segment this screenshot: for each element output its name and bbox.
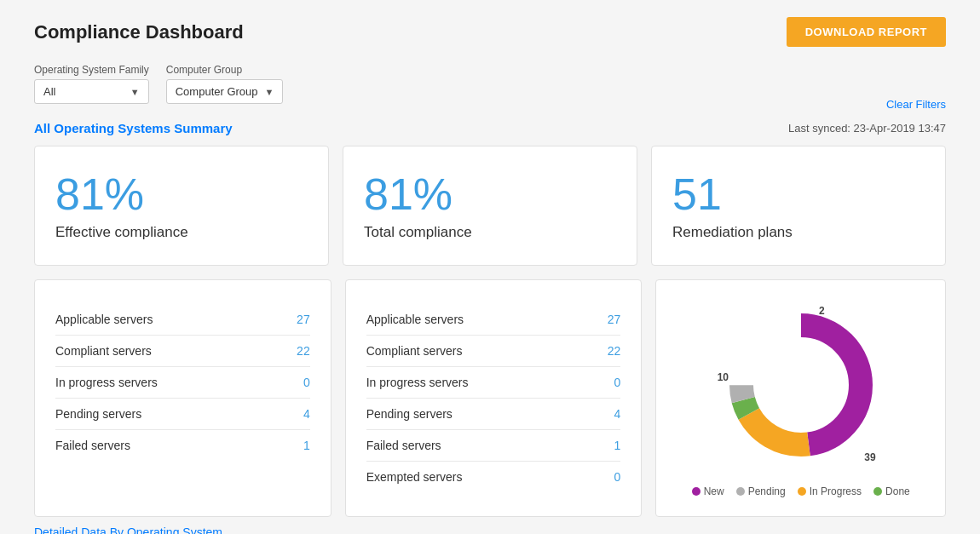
left-stat-table: Applicable servers 27 Compliant servers … [55,304,310,461]
remediation-plans-label: Remediation plans [672,224,925,241]
effective-compliance-card: 81% Effective compliance [34,146,329,266]
remediation-plans-card: 51 Remediation plans [651,146,946,266]
os-family-select[interactable]: All ▼ [34,79,149,104]
total-compliance-card: 81% Total compliance [343,146,637,266]
summary-title: All Operating Systems Summary [34,121,233,135]
clear-filters-button[interactable]: Clear Filters [886,98,946,111]
donut-chart-card: 39 10 2 New Pending In Progress [655,279,946,517]
total-compliance-number: 81% [364,170,616,219]
legend-pending: Pending [736,485,786,497]
donut-chart: 39 10 2 [716,300,886,470]
legend-new: New [692,485,724,497]
table-row: In progress servers 0 [366,367,621,399]
donut-label-39: 39 [864,451,875,463]
computer-group-value: Computer Group [176,85,258,98]
legend-in-progress-label: In Progress [810,485,862,497]
table-row: Exempted servers 0 [366,462,621,492]
bottom-cards-row: Applicable servers 27 Compliant servers … [34,279,946,517]
table-row: Failed servers 1 [55,430,310,461]
table-row: Pending servers 4 [55,399,310,430]
legend-done-label: Done [885,485,910,497]
legend-new-label: New [704,485,724,497]
os-family-filter: Operating System Family All ▼ [34,64,149,104]
computer-group-filter: Computer Group Computer Group ▼ [166,64,284,104]
left-stats-card: Applicable servers 27 Compliant servers … [34,279,331,517]
table-row: Applicable servers 27 [55,304,310,336]
last-synced: Last synced: 23-Apr-2019 13:47 [788,122,946,135]
download-report-button[interactable]: DOWNLOAD REPORT [787,17,946,47]
computer-group-select[interactable]: Computer Group ▼ [166,79,284,104]
donut-label-2: 2 [819,305,825,317]
table-row: Failed servers 1 [366,430,621,462]
os-family-label: Operating System Family [34,64,149,76]
new-dot-icon [692,487,700,496]
mid-stat-table: Applicable servers 27 Compliant servers … [366,304,621,492]
computer-group-chevron-icon: ▼ [265,87,274,97]
table-row: Applicable servers 27 [366,304,621,336]
mid-stats-card: Applicable servers 27 Compliant servers … [345,279,643,517]
top-cards-row: 81% Effective compliance 81% Total compl… [34,146,946,266]
os-family-value: All [43,85,55,98]
bottom-link[interactable]: Detailed Data By Operating System... [34,525,233,534]
table-row: Pending servers 4 [366,399,621,430]
table-row: Compliant servers 22 [55,336,310,367]
remediation-plans-number: 51 [672,170,925,219]
in-progress-dot-icon [798,487,806,496]
done-dot-icon [873,487,882,496]
legend-done: Done [873,485,910,497]
donut-legend: New Pending In Progress Done [692,485,910,497]
table-row: In progress servers 0 [55,367,310,399]
total-compliance-label: Total compliance [364,224,616,241]
computer-group-label: Computer Group [166,64,284,76]
effective-compliance-number: 81% [55,170,308,219]
effective-compliance-label: Effective compliance [55,224,308,241]
os-family-chevron-icon: ▼ [130,87,140,97]
pending-dot-icon [736,487,745,496]
page-title: Compliance Dashboard [34,21,244,43]
legend-pending-label: Pending [748,485,786,497]
donut-label-10: 10 [718,371,729,383]
table-row: Compliant servers 22 [366,336,621,367]
legend-in-progress: In Progress [798,485,862,497]
